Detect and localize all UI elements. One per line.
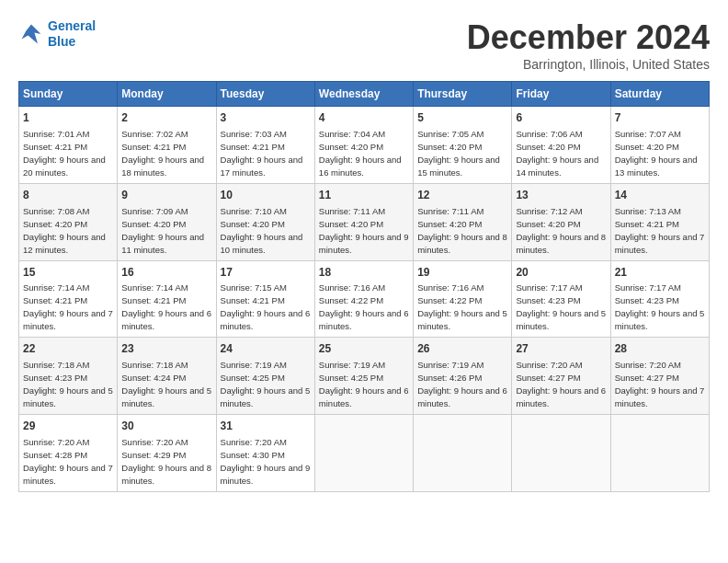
day-info: Sunrise: 7:11 AMSunset: 4:20 PMDaylight:… — [417, 206, 507, 255]
calendar-cell: 5Sunrise: 7:05 AMSunset: 4:20 PMDaylight… — [414, 107, 512, 184]
day-header-monday: Monday — [118, 82, 216, 107]
day-number: 5 — [417, 110, 507, 126]
day-header-sunday: Sunday — [19, 82, 118, 107]
calendar-cell: 21Sunrise: 7:17 AMSunset: 4:23 PMDayligh… — [610, 260, 709, 338]
calendar-cell: 8Sunrise: 7:08 AMSunset: 4:20 PMDaylight… — [19, 183, 118, 260]
day-number: 27 — [516, 341, 606, 357]
day-info: Sunrise: 7:18 AMSunset: 4:23 PMDaylight:… — [23, 360, 113, 408]
week-row-5: 29Sunrise: 7:20 AMSunset: 4:28 PMDayligh… — [19, 415, 710, 492]
day-number: 2 — [121, 110, 211, 126]
calendar-cell: 30Sunrise: 7:20 AMSunset: 4:29 PMDayligh… — [118, 415, 216, 492]
day-header-saturday: Saturday — [610, 82, 709, 107]
day-number: 23 — [121, 341, 211, 357]
day-header-thursday: Thursday — [414, 82, 512, 107]
day-number: 30 — [121, 419, 211, 434]
calendar-cell: 26Sunrise: 7:19 AMSunset: 4:26 PMDayligh… — [414, 338, 512, 415]
day-header-wednesday: Wednesday — [314, 82, 413, 107]
day-info: Sunrise: 7:10 AMSunset: 4:20 PMDaylight:… — [221, 206, 303, 255]
calendar-cell: 28Sunrise: 7:20 AMSunset: 4:27 PMDayligh… — [610, 338, 709, 415]
calendar-cell: 14Sunrise: 7:13 AMSunset: 4:21 PMDayligh… — [610, 183, 709, 260]
day-number: 13 — [516, 188, 606, 203]
day-number: 1 — [23, 110, 113, 126]
day-info: Sunrise: 7:01 AMSunset: 4:21 PMDaylight:… — [23, 129, 106, 178]
day-number: 15 — [23, 265, 113, 281]
calendar-cell: 27Sunrise: 7:20 AMSunset: 4:27 PMDayligh… — [512, 338, 610, 415]
calendar-cell: 13Sunrise: 7:12 AMSunset: 4:20 PMDayligh… — [512, 183, 610, 260]
week-row-1: 1Sunrise: 7:01 AMSunset: 4:21 PMDaylight… — [19, 107, 710, 184]
day-number: 22 — [23, 341, 113, 357]
week-row-3: 15Sunrise: 7:14 AMSunset: 4:21 PMDayligh… — [19, 260, 710, 338]
day-info: Sunrise: 7:17 AMSunset: 4:23 PMDaylight:… — [615, 282, 705, 331]
day-info: Sunrise: 7:09 AMSunset: 4:20 PMDaylight:… — [121, 206, 204, 255]
day-header-tuesday: Tuesday — [216, 82, 314, 107]
day-number: 28 — [615, 341, 705, 357]
day-info: Sunrise: 7:20 AMSunset: 4:27 PMDaylight:… — [516, 360, 606, 408]
calendar-cell: 11Sunrise: 7:11 AMSunset: 4:20 PMDayligh… — [314, 183, 413, 260]
logo-text: General Blue — [48, 18, 96, 50]
day-number: 24 — [221, 341, 311, 357]
day-info: Sunrise: 7:07 AMSunset: 4:20 PMDaylight:… — [615, 129, 698, 178]
day-info: Sunrise: 7:12 AMSunset: 4:20 PMDaylight:… — [516, 206, 606, 255]
day-number: 26 — [417, 341, 507, 357]
day-info: Sunrise: 7:19 AMSunset: 4:25 PMDaylight:… — [221, 360, 311, 408]
calendar-cell: 2Sunrise: 7:02 AMSunset: 4:21 PMDaylight… — [118, 107, 216, 184]
calendar-cell: 24Sunrise: 7:19 AMSunset: 4:25 PMDayligh… — [216, 338, 314, 415]
calendar-cell: 10Sunrise: 7:10 AMSunset: 4:20 PMDayligh… — [216, 183, 314, 260]
day-number: 17 — [221, 265, 311, 281]
calendar-cell: 1Sunrise: 7:01 AMSunset: 4:21 PMDaylight… — [19, 107, 118, 184]
calendar-cell: 17Sunrise: 7:15 AMSunset: 4:21 PMDayligh… — [216, 260, 314, 338]
calendar-cell: 19Sunrise: 7:16 AMSunset: 4:22 PMDayligh… — [414, 260, 512, 338]
day-info: Sunrise: 7:13 AMSunset: 4:21 PMDaylight:… — [615, 206, 705, 255]
calendar-cell: 7Sunrise: 7:07 AMSunset: 4:20 PMDaylight… — [610, 107, 709, 184]
calendar-cell: 20Sunrise: 7:17 AMSunset: 4:23 PMDayligh… — [512, 260, 610, 338]
day-number: 6 — [516, 110, 606, 126]
day-info: Sunrise: 7:19 AMSunset: 4:26 PMDaylight:… — [417, 360, 507, 408]
calendar-cell: 15Sunrise: 7:14 AMSunset: 4:21 PMDayligh… — [19, 260, 118, 338]
day-number: 10 — [221, 188, 311, 203]
calendar-cell: 29Sunrise: 7:20 AMSunset: 4:28 PMDayligh… — [19, 415, 118, 492]
day-headers-row: SundayMondayTuesdayWednesdayThursdayFrid… — [19, 82, 710, 107]
day-number: 21 — [615, 265, 705, 281]
day-info: Sunrise: 7:20 AMSunset: 4:28 PMDaylight:… — [23, 437, 113, 486]
header: General Blue December 2024 Barrington, I… — [18, 18, 710, 72]
day-info: Sunrise: 7:05 AMSunset: 4:20 PMDaylight:… — [417, 129, 500, 178]
calendar-cell: 23Sunrise: 7:18 AMSunset: 4:24 PMDayligh… — [118, 338, 216, 415]
month-title: December 2024 — [467, 18, 710, 57]
calendar-cell: 25Sunrise: 7:19 AMSunset: 4:25 PMDayligh… — [314, 338, 413, 415]
day-number: 14 — [615, 188, 705, 203]
calendar-cell: 16Sunrise: 7:14 AMSunset: 4:21 PMDayligh… — [118, 260, 216, 338]
day-number: 4 — [319, 110, 409, 126]
day-info: Sunrise: 7:14 AMSunset: 4:21 PMDaylight:… — [121, 282, 211, 331]
day-number: 29 — [23, 419, 113, 434]
day-number: 7 — [615, 110, 705, 126]
day-number: 20 — [516, 265, 606, 281]
calendar-cell — [414, 415, 512, 492]
day-number: 12 — [417, 188, 507, 203]
day-header-friday: Friday — [512, 82, 610, 107]
location: Barrington, Illinois, United States — [467, 57, 710, 72]
day-number: 3 — [221, 110, 311, 126]
day-number: 16 — [121, 265, 211, 281]
calendar-cell: 12Sunrise: 7:11 AMSunset: 4:20 PMDayligh… — [414, 183, 512, 260]
day-info: Sunrise: 7:08 AMSunset: 4:20 PMDaylight:… — [23, 206, 106, 255]
day-info: Sunrise: 7:11 AMSunset: 4:20 PMDaylight:… — [319, 206, 409, 255]
day-number: 11 — [319, 188, 409, 203]
svg-marker-0 — [22, 24, 41, 43]
calendar-cell — [610, 415, 709, 492]
calendar-cell: 18Sunrise: 7:16 AMSunset: 4:22 PMDayligh… — [314, 260, 413, 338]
day-info: Sunrise: 7:04 AMSunset: 4:20 PMDaylight:… — [319, 129, 402, 178]
calendar-cell: 31Sunrise: 7:20 AMSunset: 4:30 PMDayligh… — [216, 415, 314, 492]
day-info: Sunrise: 7:15 AMSunset: 4:21 PMDaylight:… — [221, 282, 311, 331]
day-number: 31 — [221, 419, 311, 434]
day-info: Sunrise: 7:16 AMSunset: 4:22 PMDaylight:… — [417, 282, 507, 331]
day-info: Sunrise: 7:19 AMSunset: 4:25 PMDaylight:… — [319, 360, 409, 408]
week-row-2: 8Sunrise: 7:08 AMSunset: 4:20 PMDaylight… — [19, 183, 710, 260]
day-info: Sunrise: 7:16 AMSunset: 4:22 PMDaylight:… — [319, 282, 409, 331]
calendar-cell — [512, 415, 610, 492]
day-info: Sunrise: 7:20 AMSunset: 4:27 PMDaylight:… — [615, 360, 705, 408]
day-number: 18 — [319, 265, 409, 281]
day-number: 8 — [23, 188, 113, 203]
day-info: Sunrise: 7:14 AMSunset: 4:21 PMDaylight:… — [23, 282, 113, 331]
day-number: 19 — [417, 265, 507, 281]
day-info: Sunrise: 7:17 AMSunset: 4:23 PMDaylight:… — [516, 282, 606, 331]
